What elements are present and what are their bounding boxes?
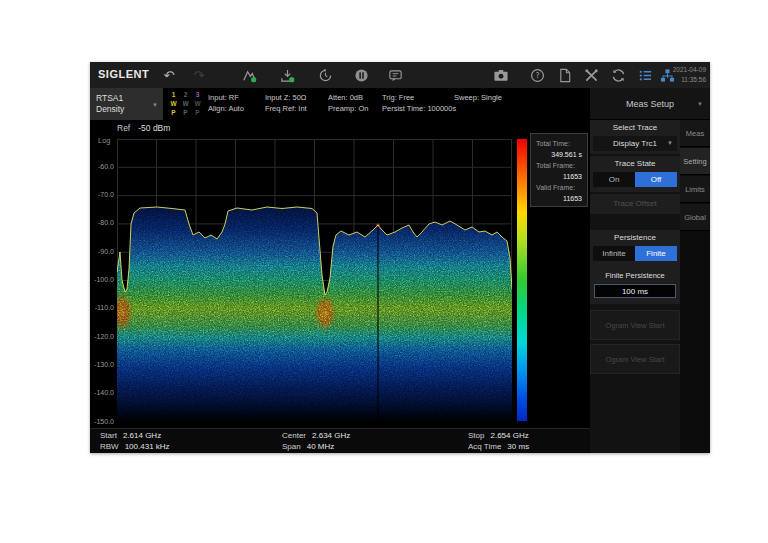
- menu-tabs: Meas Setting Limits Global: [680, 120, 710, 453]
- center-span-group: Center2.634 GHz Span40 MHz: [282, 430, 350, 452]
- undo-icon[interactable]: ↶: [160, 66, 178, 84]
- spectrum-display: Ref-50 dBm Log -60.0 -70.0 -80.0 -90.0 -…: [90, 120, 590, 453]
- valid-frame-value: 11653: [536, 193, 582, 204]
- persistence-infinite[interactable]: Infinite: [593, 246, 635, 261]
- scale-label: Log: [98, 136, 111, 145]
- param-sweep: Sweep: Single: [454, 92, 502, 103]
- menu-column: Select Trace Display Trc1 ▼ Trace State …: [590, 120, 680, 453]
- param-impedance: Input Z: 50ΩFreq Ref: Int: [265, 92, 307, 114]
- trace-offset-button: Trace Offset: [590, 194, 680, 214]
- y-tick: -60.0: [90, 163, 114, 170]
- history-icon[interactable]: [316, 66, 334, 84]
- analyzer-screen: SIGLENT ↶ ↷ ?: [90, 62, 710, 453]
- frequency-footer: Start2.614 GHz RBW100.431 kHz Center2.63…: [90, 428, 590, 453]
- param-trigger: Trig: FreePersist Time: 100000s: [382, 92, 456, 114]
- camera-icon[interactable]: [492, 66, 510, 84]
- tools-icon[interactable]: [582, 66, 600, 84]
- mode-selector[interactable]: RTSA1 Density ▼: [90, 88, 163, 120]
- tab-setting[interactable]: Setting: [680, 148, 710, 175]
- message-icon[interactable]: [386, 66, 404, 84]
- trace-offset-section: Trace Offset: [590, 194, 680, 214]
- stop-acq-group: Stop2.654 GHz Acq Time30 ms: [468, 430, 529, 452]
- y-tick: -110.0: [90, 304, 114, 311]
- persistence-toggle: Infinite Finite: [593, 246, 677, 261]
- preset-wave-icon[interactable]: [240, 66, 258, 84]
- chevron-down-icon: ▼: [667, 136, 673, 151]
- y-tick: -150.0: [90, 418, 114, 425]
- meas-setup-panel: Meas Setup ▼ Select Trace Display Trc1 ▼…: [590, 88, 710, 453]
- param-input: Input: RFAlign: Auto: [208, 92, 244, 114]
- sync-gear-icon[interactable]: [609, 66, 627, 84]
- total-frame-label: Total Frame:: [536, 160, 582, 171]
- trace1-indicator[interactable]: 1 W P: [168, 90, 179, 117]
- density-plot: [117, 139, 512, 422]
- y-tick: -120.0: [90, 333, 114, 340]
- chevron-down-icon: ▼: [152, 100, 158, 111]
- time: 11:35:56: [654, 75, 706, 85]
- ogram-view-start-button-2: Ogram View Start: [590, 344, 680, 374]
- y-tick: -130.0: [90, 361, 114, 368]
- trace2-indicator[interactable]: 2 W P: [180, 90, 191, 117]
- persistence-section: Persistence Infinite Finite: [590, 230, 680, 268]
- finite-persistence-input[interactable]: 100 ms: [594, 284, 676, 298]
- tab-meas[interactable]: Meas: [680, 120, 710, 147]
- panel-title[interactable]: Meas Setup ▼: [590, 88, 710, 120]
- mode-name: RTSA1: [96, 93, 159, 104]
- help-icon[interactable]: ?: [528, 66, 546, 84]
- ogram-view-start-button-1: Ogram View Start: [590, 310, 680, 340]
- datetime: 2021-04-09 11:35:56: [654, 65, 706, 85]
- chevron-down-icon: ▼: [697, 88, 703, 120]
- finite-persistence-label: Finite Persistence: [590, 268, 680, 284]
- pause-icon[interactable]: [352, 66, 370, 84]
- total-frame-value: 11653: [536, 171, 582, 182]
- siglent-logo: SIGLENT: [98, 68, 149, 80]
- color-scale: [517, 139, 527, 421]
- save-icon[interactable]: [278, 66, 296, 84]
- persistence-finite[interactable]: Finite: [635, 246, 677, 261]
- trace3-indicator[interactable]: 3 W P: [192, 90, 203, 117]
- persistence-label: Persistence: [590, 230, 680, 246]
- trace-state-toggle: On Off: [593, 172, 677, 187]
- parameter-bar: RTSA1 Density ▼ 1 W P 2 W P 3 W P Input:…: [90, 88, 590, 120]
- y-tick: -70.0: [90, 191, 114, 198]
- svg-text:?: ?: [535, 71, 539, 80]
- y-tick: -90.0: [90, 248, 114, 255]
- y-tick: -140.0: [90, 389, 114, 396]
- toolbar: SIGLENT ↶ ↷ ?: [90, 62, 710, 88]
- trace-state-off[interactable]: Off: [635, 172, 677, 187]
- ref-level: Ref-50 dBm: [117, 123, 170, 133]
- total-time-value: 349.561 s: [536, 149, 582, 160]
- y-tick: -80.0: [90, 219, 114, 226]
- select-trace-section: Select Trace Display Trc1 ▼: [590, 120, 680, 154]
- finite-persistence-section: Finite Persistence 100 ms: [590, 268, 680, 304]
- trace-state-label: Trace State: [590, 156, 680, 172]
- redo-icon: ↷: [190, 66, 208, 84]
- tab-limits[interactable]: Limits: [680, 176, 710, 203]
- trace-state-on[interactable]: On: [593, 172, 635, 187]
- total-time-label: Total Time:: [536, 138, 582, 149]
- view-name: Density: [96, 104, 159, 115]
- tab-global[interactable]: Global: [680, 204, 710, 231]
- param-atten: Atten: 0dBPreamp: On: [328, 92, 368, 114]
- select-trace-label: Select Trace: [590, 120, 680, 136]
- valid-frame-label: Valid Frame:: [536, 182, 582, 193]
- start-rbw-group: Start2.614 GHz RBW100.431 kHz: [100, 430, 170, 452]
- y-tick: -100.0: [90, 276, 114, 283]
- trace-state-section: Trace State On Off: [590, 156, 680, 192]
- trace-dropdown[interactable]: Display Trc1 ▼: [593, 136, 677, 151]
- list-icon[interactable]: [636, 66, 654, 84]
- file-icon[interactable]: [556, 66, 574, 84]
- acquisition-info-panel: Total Time: 349.561 s Total Frame: 11653…: [530, 133, 588, 207]
- date: 2021-04-09: [654, 65, 706, 75]
